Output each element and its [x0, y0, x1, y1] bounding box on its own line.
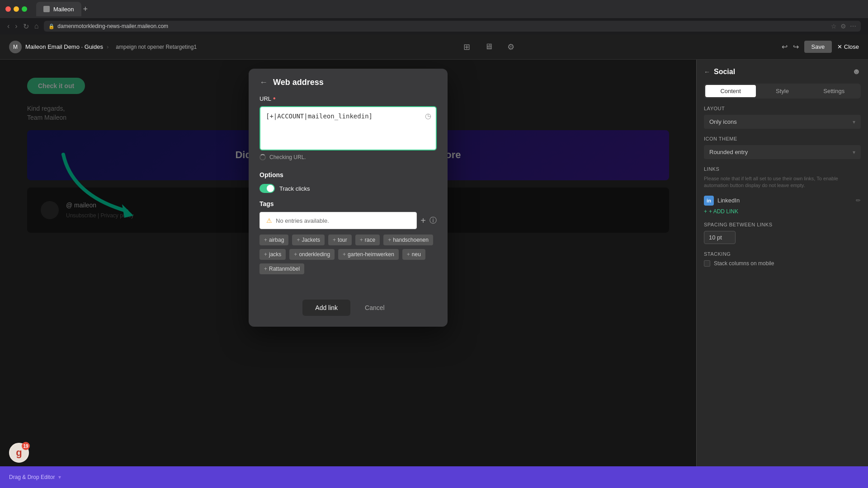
address-bar[interactable]: 🔒 damenmotorkleding-news-mailer.maileon.…	[44, 21, 861, 32]
refresh-button[interactable]: ↻	[23, 22, 29, 31]
linkedin-label: LinkedIn	[717, 197, 856, 204]
layout-label: Layout	[704, 106, 861, 111]
layout-chevron-icon: ▾	[853, 119, 855, 125]
breadcrumb-separator: ›	[107, 43, 108, 50]
fullscreen-traffic-light[interactable]	[22, 6, 27, 12]
layout-value: Only icons	[709, 118, 737, 125]
checking-url-row: Checking URL.	[259, 150, 437, 164]
icon-theme-value: Rounded entry	[709, 149, 748, 155]
spacing-label: Spacing between links	[704, 222, 861, 227]
tag-chip-airbag[interactable]: + airbag	[259, 235, 288, 245]
tag-chip-rattanmobel[interactable]: + Rattanmöbel	[259, 263, 304, 274]
add-link-panel-button[interactable]: + + ADD LINK	[704, 208, 861, 215]
spacing-input[interactable]	[704, 231, 736, 244]
tag-chip-jackets[interactable]: + Jackets	[292, 235, 325, 245]
new-tab-button[interactable]: +	[83, 5, 88, 14]
stacking-section: Stacking Stack columns on mobile	[704, 251, 861, 267]
track-clicks-label: Track clicks	[279, 185, 310, 192]
g-letter: g	[16, 447, 22, 459]
modal-back-button[interactable]: ←	[259, 78, 268, 87]
traffic-lights	[5, 6, 27, 12]
forward-button[interactable]: ›	[15, 22, 17, 30]
tag-chip-garten[interactable]: + garten-heimwerken	[338, 249, 399, 260]
panel-avatar: ☻	[852, 67, 861, 76]
modal-body: URL • [+|ACCOUNT|maileon_linkedin] ◷ Che…	[249, 94, 448, 292]
tab-title: Maileon	[53, 6, 74, 13]
spacing-section: Spacing between links	[704, 222, 861, 244]
warning-icon: ⚠	[266, 217, 272, 224]
linkedin-edit-button[interactable]: ✏	[856, 197, 861, 204]
star-icon[interactable]: ☆	[831, 23, 837, 30]
tag-chip-onderkleding[interactable]: + onderkleding	[289, 249, 335, 260]
no-entries-box: ⚠ No entries available.	[259, 212, 417, 229]
close-button[interactable]: ✕ Close	[837, 43, 859, 50]
tags-input-row: ⚠ No entries available. + ⓘ	[259, 212, 437, 229]
left-content: Check it out Kind regards, Team Maileon …	[0, 60, 696, 488]
back-button[interactable]: ‹	[7, 22, 9, 30]
main-layout: Check it out Kind regards, Team Maileon …	[0, 60, 868, 488]
gear-icon[interactable]: ⚙	[840, 23, 846, 30]
tag-chip-jacks[interactable]: + jacks	[259, 249, 286, 260]
required-indicator: •	[273, 94, 276, 103]
checking-url-text: Checking URL.	[269, 154, 306, 160]
cancel-button[interactable]: Cancel	[356, 300, 394, 316]
icon-theme-section: Icon theme Rounded entry ▾	[704, 136, 861, 159]
monitor-icon[interactable]: 🖥	[485, 42, 493, 52]
tab-bar: Maileon +	[36, 2, 863, 16]
minimize-traffic-light[interactable]	[14, 6, 19, 12]
toolbar-right: ↩ ↪ Save ✕ Close	[782, 41, 859, 53]
icon-theme-select[interactable]: Rounded entry ▾	[704, 145, 861, 159]
panel-back-icon[interactable]: ←	[704, 68, 710, 75]
tab-settings[interactable]: Settings	[809, 85, 859, 97]
settings-icon[interactable]: ⚙	[507, 42, 514, 52]
url-field-label: URL •	[259, 94, 437, 103]
modal-overlay: ← Web address URL • [+|ACCOUNT|maileon_l…	[0, 60, 696, 488]
icon-theme-chevron-icon: ▾	[853, 149, 855, 155]
browser-tab[interactable]: Maileon	[36, 2, 81, 16]
tab-favicon	[43, 6, 50, 12]
tag-chip-tour[interactable]: + tour	[328, 235, 352, 245]
tag-chip-race[interactable]: + race	[355, 235, 380, 245]
stack-checkbox[interactable]	[704, 260, 710, 267]
home-button[interactable]: ⌂	[34, 22, 39, 30]
save-button[interactable]: Save	[804, 41, 832, 53]
linkedin-icon: in	[704, 196, 714, 206]
lock-icon: 🔒	[48, 23, 55, 29]
web-address-modal: ← Web address URL • [+|ACCOUNT|maileon_l…	[249, 69, 448, 327]
url-textarea[interactable]: [+|ACCOUNT|maileon_linkedin]	[260, 107, 436, 148]
loading-spinner	[259, 154, 266, 160]
links-helper-text: Please note that if left all set to use …	[704, 175, 861, 189]
add-tag-button[interactable]: +	[420, 216, 426, 226]
close-traffic-light[interactable]	[5, 6, 11, 12]
add-link-button[interactable]: Add link	[302, 300, 350, 316]
linkedin-link-row: in LinkedIn ✏	[704, 193, 861, 208]
url-action-button[interactable]: ◷	[425, 112, 431, 120]
info-button[interactable]: ⓘ	[429, 216, 437, 225]
drag-drop-label: Drag & Drop Editor	[9, 474, 55, 480]
app-toolbar: M Maileon Email Demo · Guides › ampeign …	[0, 34, 868, 60]
more-icon[interactable]: ⋯	[850, 23, 856, 30]
tab-content[interactable]: Content	[705, 85, 756, 97]
breadcrumb-page: ampeign not opener Retargeting1	[116, 44, 197, 50]
g-avatar[interactable]: g 19	[9, 443, 29, 463]
panel-nav: ← Social	[704, 68, 735, 76]
right-panel: ← Social ☻ Content Style Settings Layout…	[696, 60, 868, 488]
track-clicks-toggle[interactable]	[259, 184, 275, 193]
modal-title: Web address	[273, 78, 324, 87]
url-input-wrapper: [+|ACCOUNT|maileon_linkedin] ◷	[259, 106, 437, 150]
address-bar-row: ‹ › ↻ ⌂ 🔒 damenmotorkleding-news-mailer.…	[0, 18, 868, 34]
redo-icon[interactable]: ↪	[793, 42, 799, 51]
url-label-text: URL	[259, 95, 271, 102]
panel-tabs: Content Style Settings	[704, 84, 861, 99]
panel-title: Social	[714, 68, 735, 76]
tag-chip-handschoenen[interactable]: + handschoenen	[383, 235, 433, 245]
tab-style[interactable]: Style	[757, 85, 807, 97]
layout-select[interactable]: Only icons ▾	[704, 115, 861, 129]
g-notification-badge: 19	[22, 442, 30, 450]
links-label: Links	[704, 166, 861, 172]
tag-chip-neu[interactable]: + neu	[402, 249, 425, 260]
modal-actions: Add link Cancel	[249, 292, 448, 327]
grid-icon[interactable]: ⊞	[463, 42, 470, 52]
undo-icon[interactable]: ↩	[782, 42, 788, 51]
address-icons: ☆ ⚙ ⋯	[831, 23, 856, 30]
